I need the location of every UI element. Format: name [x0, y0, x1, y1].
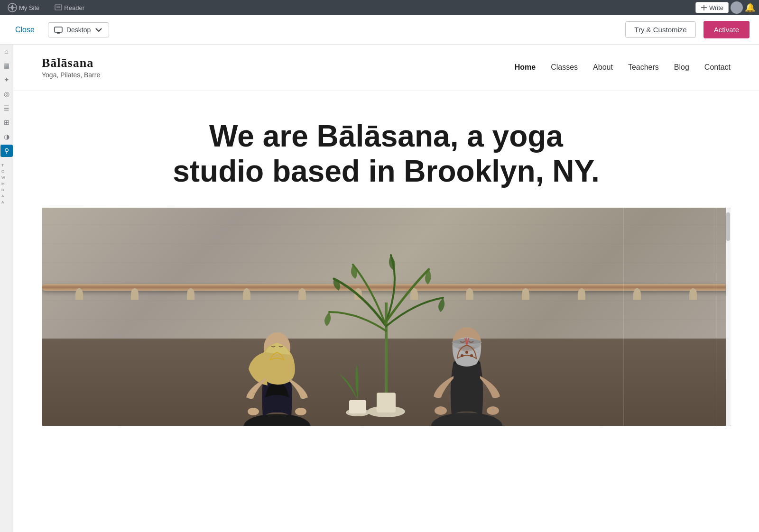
- woman-figure: [244, 332, 310, 426]
- svg-rect-11: [377, 393, 396, 413]
- svg-point-29: [465, 351, 468, 354]
- my-site-label: My Site: [19, 4, 39, 11]
- notifications-icon[interactable]: 🔔: [745, 2, 755, 13]
- nav-contact[interactable]: Contact: [704, 63, 731, 72]
- admin-bar-right: Write 🔔: [695, 1, 755, 14]
- svg-rect-14: [349, 400, 366, 413]
- nav-classes[interactable]: Classes: [551, 63, 578, 72]
- nav-home[interactable]: Home: [515, 63, 536, 72]
- sidebar-stats-icon[interactable]: ▦: [0, 59, 13, 72]
- sidebar-comments-icon[interactable]: ☰: [0, 102, 13, 114]
- close-button[interactable]: Close: [9, 22, 40, 38]
- nav-teachers[interactable]: Teachers: [628, 63, 659, 72]
- device-label: Desktop: [66, 26, 91, 34]
- reader-menu[interactable]: Reader: [51, 0, 88, 15]
- activate-button[interactable]: Activate: [703, 21, 750, 38]
- site-title: Bālāsana: [42, 56, 100, 70]
- svg-point-30: [470, 354, 473, 357]
- svg-point-24: [487, 406, 499, 415]
- hero-image: [42, 208, 731, 426]
- sidebar-search-icon[interactable]: ⚲: [0, 145, 13, 157]
- svg-point-23: [435, 406, 447, 415]
- hero-title: We are Bālāsana, a yoga studio based in …: [173, 119, 600, 189]
- sidebar-text-t[interactable]: T: [0, 162, 5, 168]
- svg-rect-6: [55, 27, 62, 32]
- scroll-thumb[interactable]: [726, 212, 730, 241]
- sidebar-text-b[interactable]: B: [0, 187, 5, 193]
- device-selector[interactable]: Desktop: [48, 22, 109, 37]
- sidebar-text-m[interactable]: M: [0, 181, 6, 187]
- nav-blog[interactable]: Blog: [674, 63, 689, 72]
- sidebar-text-w[interactable]: W: [0, 174, 7, 181]
- hero-image-placeholder: [42, 208, 731, 426]
- man-figure: [431, 327, 502, 426]
- sidebar-text-c[interactable]: C: [0, 168, 6, 174]
- write-label: Write: [709, 4, 723, 11]
- nav-about[interactable]: About: [593, 63, 613, 72]
- site-header: Bālāsana Yoga, Pilates, Barre Home Class…: [13, 45, 759, 91]
- left-sidebar: ⌂ ▦ ✦ ◎ ☰ ⊞ ◑ ⚲ T C W M B A A: [0, 15, 13, 532]
- user-avatar[interactable]: [731, 1, 743, 14]
- write-button[interactable]: Write: [695, 2, 729, 13]
- try-customize-button[interactable]: Try & Customize: [625, 21, 695, 38]
- wp-admin-bar: My Site Reader Write 🔔: [0, 0, 759, 15]
- sidebar-text-items: T C W M B A A: [0, 162, 13, 205]
- sidebar-home-icon[interactable]: ⌂: [0, 45, 13, 57]
- scroll-indicator[interactable]: [726, 208, 731, 426]
- chevron-down-icon: [94, 26, 103, 34]
- main-content: Bālāsana Yoga, Pilates, Barre Home Class…: [13, 45, 759, 532]
- my-site-menu[interactable]: My Site: [4, 0, 43, 15]
- svg-point-19: [295, 408, 306, 415]
- yoga-figures-svg: [42, 208, 731, 426]
- site-nav: Home Classes About Teachers Blog Contact: [515, 63, 731, 72]
- reader-label: Reader: [64, 4, 84, 11]
- plant-svg: [324, 255, 444, 417]
- site-brand: Bālāsana Yoga, Pilates, Barre: [42, 56, 100, 79]
- sidebar-text-a1[interactable]: A: [0, 193, 5, 199]
- sidebar-tools-icon[interactable]: ✦: [0, 73, 13, 86]
- theme-preview-bar: Close Desktop Try & Customize Activate: [0, 15, 759, 45]
- svg-point-18: [248, 408, 259, 415]
- sidebar-time-icon[interactable]: ◑: [0, 130, 13, 143]
- sidebar-users-icon[interactable]: ◎: [0, 88, 13, 100]
- image-divider: [716, 208, 716, 426]
- hero-section: We are Bālāsana, a yoga studio based in …: [13, 91, 759, 208]
- sidebar-pages-icon[interactable]: ⊞: [0, 116, 13, 128]
- svg-point-28: [461, 354, 463, 357]
- sidebar-text-a2[interactable]: A: [0, 199, 5, 205]
- site-tagline: Yoga, Pilates, Barre: [42, 71, 100, 79]
